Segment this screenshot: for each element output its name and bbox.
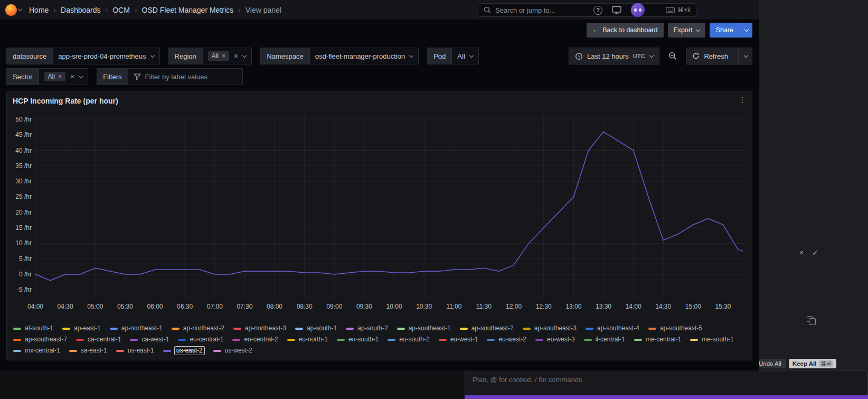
refresh-button[interactable]: Refresh [686, 48, 752, 64]
help-icon[interactable]: ? [593, 6, 602, 15]
svg-text:04:00: 04:00 [27, 303, 43, 310]
zoom-out-button[interactable] [665, 48, 681, 64]
legend-item[interactable]: ap-northeast-1 [110, 324, 163, 332]
breadcrumb-item[interactable]: OCM [112, 6, 130, 14]
chevron-down-icon [409, 53, 413, 57]
filter-input-box[interactable] [128, 68, 243, 85]
legend-swatch [178, 339, 186, 341]
legend-item[interactable]: sa-east-1 [69, 347, 107, 355]
undo-all-button[interactable]: Undo All [759, 359, 786, 368]
legend-item[interactable]: eu-central-1 [178, 336, 223, 344]
share-dropdown-button[interactable] [740, 23, 752, 38]
legend-item[interactable]: il-central-1 [584, 336, 625, 344]
legend-item[interactable]: af-south-1 [13, 324, 53, 332]
legend-item[interactable]: ap-southeast-4 [586, 324, 639, 332]
svg-text:12:00: 12:00 [506, 303, 522, 310]
region-chip-all[interactable]: All × [208, 51, 229, 61]
keep-all-button[interactable]: Keep All ⌘⏎ [789, 359, 836, 368]
svg-text:07:00: 07:00 [207, 303, 223, 310]
legend-item[interactable]: eu-north-1 [287, 336, 328, 344]
breadcrumb-item[interactable]: OSD Fleet Manager Metrics [142, 6, 234, 14]
legend-label: ap-southeast-2 [471, 324, 514, 332]
accept-icon[interactable]: ✓ [812, 248, 818, 257]
legend-item[interactable]: eu-west-3 [535, 336, 575, 344]
grafana-logo-icon[interactable] [5, 4, 17, 16]
legend-item[interactable]: eu-central-2 [232, 336, 278, 344]
legend-swatch [62, 328, 70, 330]
refresh-interval-dropdown[interactable] [738, 48, 752, 64]
screen: × ✓ Undo All Keep All ⌘⏎ Home›Dashboards… [0, 0, 868, 399]
svg-text:08:30: 08:30 [297, 303, 313, 310]
legend-swatch [213, 350, 221, 352]
datasource-value[interactable]: app-sre-prod-04-prometheus [52, 48, 159, 64]
legend-item[interactable]: eu-south-1 [337, 336, 379, 344]
svg-text:08:00: 08:00 [267, 303, 282, 310]
legend-item[interactable]: ap-east-1 [62, 324, 101, 332]
svg-text:25 /hr: 25 /hr [15, 193, 32, 200]
legend-item[interactable]: ca-west-1 [130, 336, 169, 344]
pod-value[interactable]: All [451, 48, 478, 64]
legend-item[interactable]: ap-south-2 [346, 324, 388, 332]
namespace-value[interactable]: osd-fleet-manager-production [309, 48, 419, 64]
legend-label: eu-south-1 [348, 336, 379, 344]
chat-input-box[interactable] [465, 370, 868, 399]
legend-item[interactable]: ap-southeast-7 [13, 336, 67, 344]
svg-text:05:00: 05:00 [87, 303, 103, 310]
legend-item[interactable]: us-east-2 [163, 347, 204, 355]
time-range-picker[interactable]: Last 12 hours UTC [569, 48, 659, 64]
legend-label: ca-central-1 [88, 336, 121, 344]
legend-item[interactable]: ap-northeast-3 [233, 324, 286, 332]
share-button[interactable]: Share [710, 23, 752, 38]
legend-label: ap-southeast-4 [597, 324, 639, 332]
legend-label: eu-south-2 [399, 336, 429, 344]
clear-sector-icon[interactable]: × [70, 72, 74, 81]
legend-item[interactable]: ap-southeast-5 [648, 324, 702, 332]
sector-value[interactable]: All × × [39, 68, 89, 85]
breadcrumb-item[interactable]: Home [29, 6, 49, 14]
legend-item[interactable]: ap-southeast-3 [523, 324, 577, 332]
remove-chip-icon[interactable]: × [222, 52, 225, 60]
legend-item[interactable]: us-west-2 [213, 347, 252, 355]
legend-item[interactable]: ap-northeast-2 [172, 324, 224, 332]
legend-item[interactable]: ap-south-1 [295, 324, 337, 332]
export-button[interactable]: Export [668, 23, 705, 38]
legend-swatch [76, 339, 84, 341]
monitor-icon[interactable] [612, 6, 621, 15]
pod-picker: Pod All [427, 48, 479, 64]
legend-item[interactable]: ap-southeast-2 [460, 324, 514, 332]
remove-chip-icon[interactable]: × [58, 73, 62, 80]
chevron-down-icon[interactable] [18, 7, 22, 11]
legend-swatch [130, 339, 138, 341]
back-to-dashboard-button[interactable]: ← Back to dashboard [587, 23, 664, 38]
svg-text:12:30: 12:30 [536, 303, 552, 310]
legend-item[interactable]: us-east-1 [116, 347, 154, 355]
region-label: Region [168, 48, 202, 64]
clear-region-icon[interactable]: × [234, 52, 238, 60]
chart-svg[interactable]: -5 /hr0 /hr5 /hr10 /hr15 /hr20 /hr25 /hr… [9, 111, 751, 322]
svg-text:0 /hr: 0 /hr [19, 271, 32, 278]
legend-item[interactable]: ca-central-1 [76, 336, 121, 344]
user-avatar[interactable] [631, 3, 645, 17]
dismiss-icon[interactable]: × [799, 248, 804, 257]
svg-text:15:30: 15:30 [715, 303, 731, 310]
chat-input[interactable] [473, 376, 860, 384]
legend-item[interactable]: mx-central-1 [13, 347, 60, 355]
panel-menu-icon[interactable]: ⋮ [737, 95, 748, 105]
legend-item[interactable]: me-central-1 [634, 336, 681, 344]
svg-text:09:30: 09:30 [356, 303, 372, 310]
legend-swatch [110, 328, 118, 330]
legend-item[interactable]: me-south-1 [690, 336, 734, 344]
sector-chip-all[interactable]: All × [44, 72, 65, 81]
copy-icon[interactable] [807, 316, 813, 322]
breadcrumb-item[interactable]: Dashboards [61, 6, 101, 14]
region-value[interactable]: All × × [202, 48, 252, 64]
legend-label: af-south-1 [25, 324, 53, 332]
legend-swatch [634, 339, 642, 341]
svg-text:14:00: 14:00 [626, 303, 641, 310]
legend-item[interactable]: eu-west-1 [439, 336, 478, 344]
legend-item[interactable]: eu-south-2 [388, 336, 429, 344]
legend-item[interactable]: eu-west-2 [487, 336, 526, 344]
legend-item[interactable]: ap-southeast-1 [397, 324, 451, 332]
search-box[interactable]: ⌘+k [478, 3, 696, 17]
filter-by-label-input[interactable] [145, 73, 237, 81]
